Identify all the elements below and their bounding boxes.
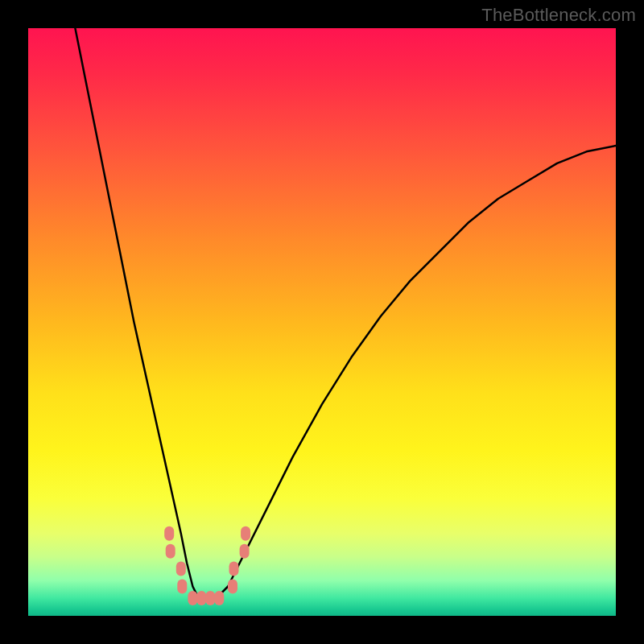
watermark-text: TheBottleneck.com [481, 5, 636, 26]
plot-area [28, 28, 616, 616]
curve-marker [166, 544, 175, 559]
curve-group [75, 28, 616, 598]
bottleneck-chart-svg [28, 28, 616, 616]
curve-marker [214, 591, 224, 605]
curve-marker [196, 591, 206, 605]
chart-frame: TheBottleneck.com [0, 0, 644, 644]
curve-marker [188, 591, 197, 605]
curve-marker [205, 591, 215, 605]
curve-marker [177, 580, 187, 594]
curve-marker [228, 580, 237, 594]
bottleneck-curve [75, 28, 616, 598]
curve-marker [176, 562, 186, 576]
marker-group [164, 526, 250, 605]
curve-marker [241, 526, 250, 541]
curve-marker [229, 562, 239, 576]
curve-marker [240, 544, 250, 559]
curve-marker [164, 526, 174, 541]
